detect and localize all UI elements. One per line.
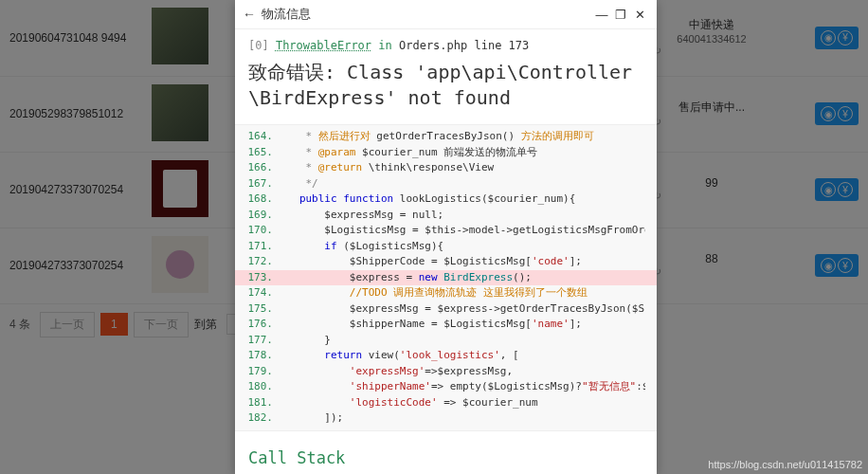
call-stack-title: Call Stack [248,448,643,467]
code-line: 180. 'shipperName'=> empty($LogisticsMsg… [235,379,657,395]
minimize-icon[interactable]: — [592,8,611,22]
line-number: 177. [246,333,273,349]
line-number: 176. [246,317,273,333]
error-type-link[interactable]: ThrowableError [276,39,371,52]
code-line: 182. ]); [235,410,657,427]
line-number: 182. [246,410,273,427]
line-number: 166. [246,160,273,176]
line-number: 175. [246,301,273,318]
modal-title: 物流信息 [262,6,592,23]
line-number: 174. [246,285,273,301]
code-line: 171. if ($LogisticsMsg){ [235,239,657,255]
line-number: 164. [246,129,273,145]
code-line: 174. //TODO 调用查询物流轨迹 这里我得到了一个数组 [235,285,657,301]
code-line: 181. 'logisticCode' => $courier_num [235,395,657,411]
line-number: 168. [246,191,273,208]
call-stack: Call Stack 1.in Orders.php line 1732.at … [248,448,643,475]
code-line: 176. $shipperName = $LogisticsMsg['name'… [235,317,657,333]
line-number: 181. [246,395,273,411]
line-number: 180. [246,379,273,395]
code-line: 170. $LogisticsMsg = $this->model->getLo… [235,223,657,239]
code-line: 166. * @return \think\response\View [235,160,657,176]
code-line: 179. 'expressMsg'=>$expressMsg, [235,364,657,380]
logistics-modal: ← 物流信息 — ❐ ✕ [0] ThrowableError in Order… [235,0,657,474]
line-number: 169. [246,208,273,224]
code-line: 172. $ShipperCode = $LogisticsMsg['code'… [235,254,657,270]
error-location: [0] ThrowableError in Orders.php line 17… [248,39,643,52]
line-number: 173. [246,270,273,286]
line-number: 167. [246,176,273,192]
line-number: 172. [246,254,273,270]
code-line: 165. * @param $courier_num 前端发送的物流单号 [235,145,657,161]
code-line: 168. public function lookLogistics($cour… [235,191,657,208]
error-message: 致命错误: Class 'app\api\Controller\BirdExpr… [248,60,643,111]
code-line: 164. * 然后进行对 getOrderTracesByJson() 方法的调… [235,129,657,145]
line-number: 171. [246,239,273,255]
code-line: 177. } [235,333,657,349]
maximize-icon[interactable]: ❐ [611,8,630,22]
watermark: https://blog.csdn.net/u011415782 [708,459,862,470]
close-icon[interactable]: ✕ [630,8,649,22]
modal-body[interactable]: [0] ThrowableError in Orders.php line 17… [235,29,657,474]
code-line: 167. */ [235,176,657,192]
code-block: 164. * 然后进行对 getOrderTracesByJson() 方法的调… [235,124,657,431]
line-number: 165. [246,145,273,161]
back-icon[interactable]: ← [243,7,256,22]
code-line: 175. $expressMsg = $express->getOrderTra… [235,301,657,318]
code-line: 169. $expressMsg = null; [235,208,657,224]
code-line: 173. $express = new BirdExpress(); [235,270,657,286]
line-number: 179. [246,364,273,380]
line-number: 178. [246,348,273,364]
line-number: 170. [246,223,273,239]
code-line: 178. return view('look_logistics', [ [235,348,657,364]
modal-header: ← 物流信息 — ❐ ✕ [235,0,657,29]
